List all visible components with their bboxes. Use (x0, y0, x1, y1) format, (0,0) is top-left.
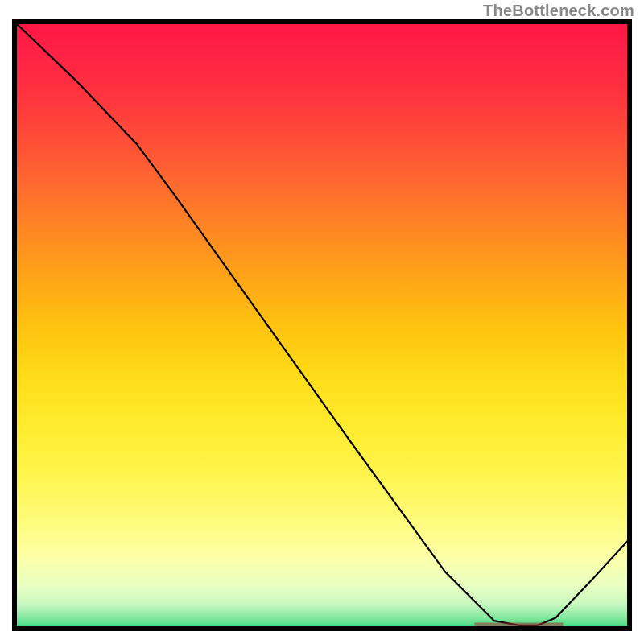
chart-container: TheBottleneck.com (0, 0, 644, 644)
chart-svg (0, 0, 644, 644)
watermark-text: TheBottleneck.com (483, 2, 634, 20)
